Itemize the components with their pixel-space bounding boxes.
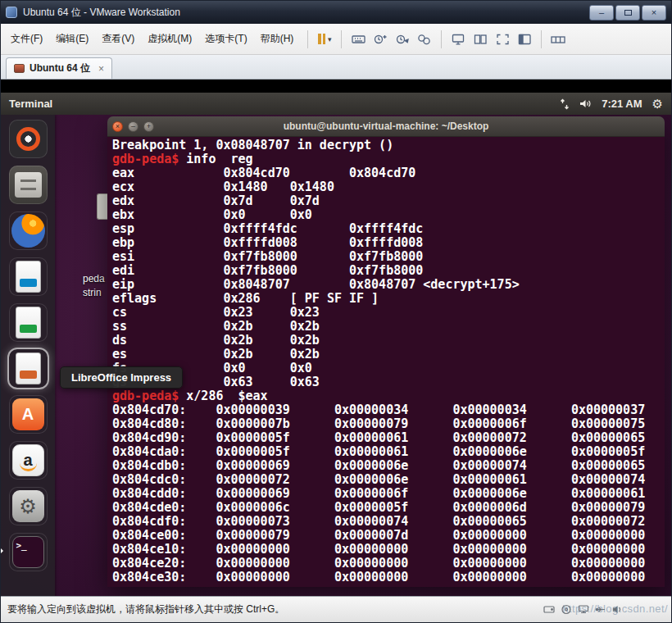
terminal-line: esi 0xf7fb8000 0xf7fb8000 [112,250,665,264]
desktop-file-label[interactable]: peda [83,272,105,286]
toolbar-separator [307,30,308,48]
snapshot-revert-icon [396,34,410,45]
filmstrip-icon [551,34,565,45]
take-snapshot-button[interactable] [370,29,390,50]
window-title: Ubuntu 64 位 - VMware Workstation [23,6,180,20]
terminal-line: 0x804ce10: 0x00000000 0x00000000 0x00000… [112,543,665,557]
fullscreen-icon [496,34,510,45]
close-button[interactable]: × [642,5,666,20]
terminal-line: es 0x2b 0x2b [112,348,665,362]
terminal-line: eflags 0x286 [ PF SF IF ] [112,292,665,306]
menu-vm[interactable]: 虚拟机(M) [141,28,198,50]
maximize-button[interactable] [615,5,640,20]
maximize-icon [624,10,632,16]
libreoffice-calc-icon [9,303,48,342]
console-view-button[interactable] [448,29,468,50]
menu-edit[interactable]: 编辑(E) [49,28,95,50]
harddisk-icon[interactable] [543,604,555,615]
thumbnail-bar-button[interactable] [548,29,568,50]
firefox-glyph [9,211,48,250]
library-toggle-button[interactable] [515,29,534,50]
launcher-item-amazon[interactable]: a [4,441,52,480]
terminal-line: 0x804ce20: 0x00000000 0x00000000 0x00000… [112,557,665,571]
minimize-button[interactable]: – [589,5,614,20]
ubuntu-software-glyph: A [9,395,48,434]
firefox-icon [9,211,48,250]
ubuntu-top-panel: Terminal 7:21 AM ⚙ [1,93,672,115]
network-indicator-icon[interactable] [560,98,570,110]
launcher-item-terminal[interactable]: >_ [4,533,52,571]
send-ctrl-alt-del-button[interactable] [348,29,368,50]
menu-file[interactable]: 文件(F) [4,28,49,50]
status-message: 要将输入定向到该虚拟机，请将鼠标指针移入其中或按 Ctrl+G。 [7,603,284,616]
manage-snapshots-button[interactable] [415,29,434,50]
unity-launcher: Aa⚙>_ [1,115,55,598]
terminal-line: fs 0x0 0x0 [112,362,665,375]
ubuntu-software-icon: A [9,395,48,434]
vm-screen-icon [14,64,25,73]
vm-console: Terminal 7:21 AM ⚙ pedastrin × – + ubunt… [1,80,672,598]
terminal-glyph: >_ [9,533,48,571]
terminal-line: eip 0x8048707 0x8048707 <decrypt+175> [112,278,665,292]
terminal-body[interactable]: Breakpoint 1, 0x08048707 in decrypt ()gd… [107,137,665,587]
files-glyph [9,166,48,204]
launcher-item-libreoffice-writer[interactable] [4,257,52,296]
revert-snapshot-button[interactable] [393,29,412,50]
snapshot-manage-icon [417,34,432,45]
titlebar[interactable]: Ubuntu 64 位 - VMware Workstation – × [1,1,671,24]
window-controls: – × [589,5,666,20]
fullscreen-button[interactable] [493,29,512,50]
desktop-file-labels: pedastrin [83,272,105,300]
terminal-line: 0x804cdc0: 0x00000072 0x0000006e 0x00000… [112,473,665,487]
sidebar-icon [518,34,532,45]
panel-indicators: 7:21 AM ⚙ [560,97,672,111]
system-settings-glyph: ⚙ [9,487,48,525]
tab-close-icon[interactable]: × [95,63,104,75]
terminal-line: 0x804cda0: 0x0000005f 0x00000061 0x00000… [112,445,665,459]
launcher-item-files[interactable] [4,166,52,204]
desktop-file-icon[interactable] [97,193,107,220]
unity-mode-button[interactable] [470,29,490,50]
menu-view[interactable]: 查看(V) [95,28,141,50]
terminal-line: ebp 0xffffd008 0xffffd008 [112,236,665,250]
vm-toolbar: ▾ [303,29,568,50]
toolbar-separator [441,30,442,48]
pause-icon [318,34,325,44]
libreoffice-impress-glyph [9,349,48,388]
system-settings-icon: ⚙ [9,487,48,525]
session-gear-icon[interactable]: ⚙ [652,97,663,111]
terminal-line: 0x804cdf0: 0x00000073 0x00000074 0x00000… [112,515,665,529]
toolbar-separator [541,30,542,48]
terminal-window[interactable]: × – + ubuntu@ubuntu-virtual-machine: ~/D… [107,116,665,587]
desktop-file-label[interactable]: strin [83,286,105,300]
terminal-titlebar[interactable]: × – + ubuntu@ubuntu-virtual-machine: ~/D… [107,116,665,137]
vmware-window: Ubuntu 64 位 - VMware Workstation – × 文件(… [0,0,672,623]
launcher-item-firefox[interactable] [4,211,52,250]
files-icon [9,166,48,204]
menu-help[interactable]: 帮助(H) [254,28,301,50]
terminal-title: ubuntu@ubuntu-virtual-machine: ~/Desktop [107,121,665,132]
panel-clock[interactable]: 7:21 AM [602,98,642,110]
terminal-line: cs 0x23 0x23 [112,306,665,320]
keyboard-icon [352,34,366,45]
launcher-item-ubuntu-software[interactable]: A [4,395,52,434]
terminal-line: esp 0xffff4fdc 0xffff4fdc [112,222,665,236]
panel-app-title[interactable]: Terminal [9,98,52,110]
volume-icon[interactable] [579,98,592,109]
launcher-item-ubuntu-logo[interactable] [4,120,52,158]
terminal-line: edx 0x7d 0x7d [112,194,665,208]
tab-ubuntu-64[interactable]: Ubuntu 64 位 × [6,57,112,79]
terminal-line: 0x804cd80: 0x0000007b 0x00000079 0x00000… [112,417,665,431]
terminal-line: 0x804cdd0: 0x00000069 0x0000006f 0x00000… [112,487,665,501]
launcher-item-libreoffice-calc[interactable] [4,303,52,342]
menu-tabs[interactable]: 选项卡(T) [198,28,253,50]
suspend-button[interactable]: ▾ [315,29,334,50]
launcher-item-libreoffice-impress[interactable] [4,349,52,388]
terminal-line: 0x804cd90: 0x0000005f 0x00000061 0x00000… [112,431,665,445]
chevron-down-icon: ▾ [328,35,332,43]
panes-icon [474,34,488,45]
launcher-item-system-settings[interactable]: ⚙ [4,487,52,525]
menu-items: 文件(F)编辑(E)查看(V)虚拟机(M)选项卡(T)帮助(H) [4,28,300,50]
terminal-line: 0x804ce00: 0x00000079 0x0000007d 0x00000… [112,529,665,543]
monitor-icon [452,34,465,45]
